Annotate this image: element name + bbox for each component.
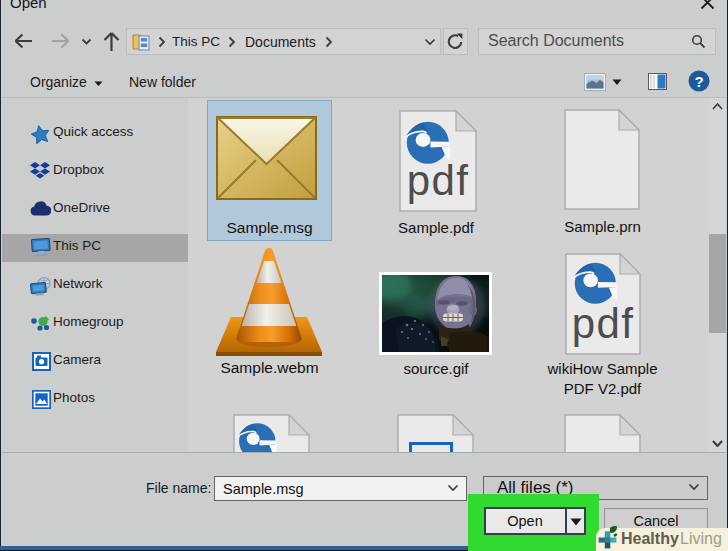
svg-text:?: ? [694, 73, 703, 90]
